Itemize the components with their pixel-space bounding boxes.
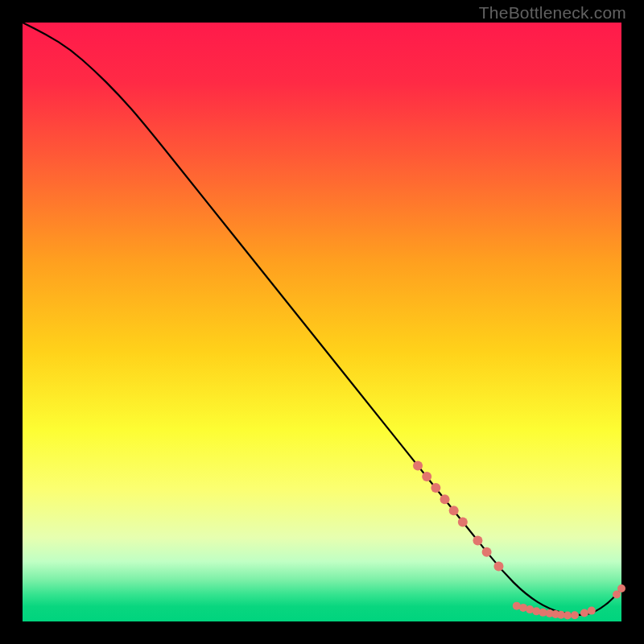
data-marker bbox=[493, 562, 503, 572]
chart-frame: TheBottleneck.com bbox=[0, 0, 644, 644]
data-marker bbox=[588, 607, 596, 615]
data-marker bbox=[440, 494, 450, 504]
plot-background bbox=[23, 23, 621, 621]
data-marker bbox=[422, 472, 431, 481]
data-marker bbox=[564, 612, 572, 620]
data-marker bbox=[413, 461, 423, 471]
data-marker bbox=[449, 506, 459, 515]
data-marker bbox=[482, 547, 492, 557]
data-marker bbox=[580, 609, 588, 617]
bottleneck-chart bbox=[0, 0, 644, 644]
data-marker bbox=[571, 611, 579, 619]
data-marker bbox=[617, 584, 625, 592]
data-marker bbox=[458, 517, 468, 526]
data-marker bbox=[473, 536, 482, 546]
data-marker bbox=[431, 483, 440, 493]
